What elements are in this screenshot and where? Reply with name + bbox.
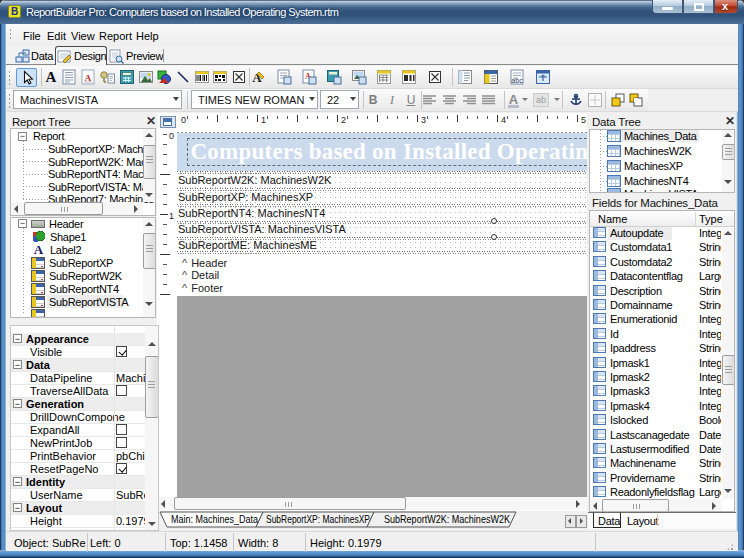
svg-text:Main: Machines_Data: Main: Machines_Data <box>171 513 259 525</box>
svg-text:SubReportXP: MachinesXP: SubReportXP: MachinesXP <box>266 513 370 525</box>
svg-text:abc: abc <box>511 77 523 84</box>
svg-text:A: A <box>85 73 92 83</box>
svg-text:SubReportW2K: MachinesW2K: SubReportW2K: MachinesW2K <box>384 513 511 525</box>
